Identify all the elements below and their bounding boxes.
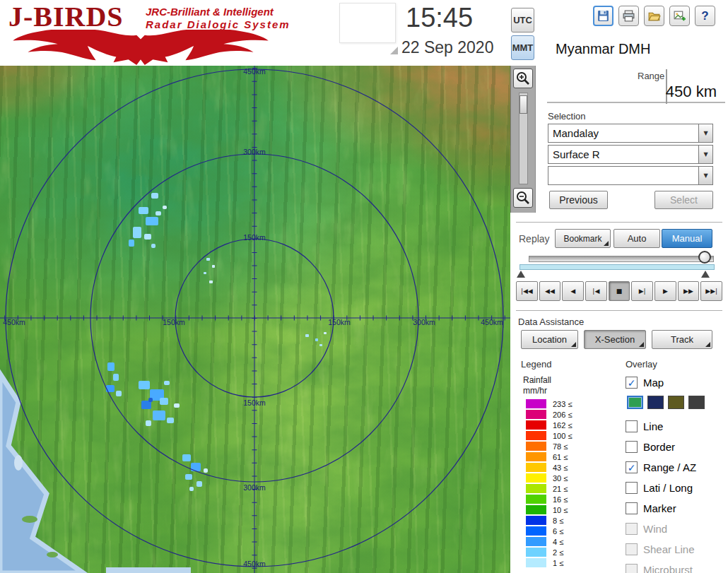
border-checkbox[interactable] <box>626 441 638 453</box>
legend-row: 162 ≤ <box>526 420 572 430</box>
zoom-out-button[interactable] <box>513 188 533 208</box>
map-color-swatch[interactable] <box>688 396 705 409</box>
print-icon <box>622 9 635 23</box>
legend-color-swatch <box>526 399 546 408</box>
help-icon: ? <box>701 9 708 23</box>
map-color-swatch[interactable] <box>668 396 684 409</box>
overlay-item-range-az[interactable]: Range / AZ <box>626 461 696 473</box>
range-label: 300km <box>413 318 435 326</box>
timeline-progress-bar[interactable] <box>519 264 715 270</box>
legend-color-swatch <box>526 410 546 419</box>
chevron-down-icon[interactable]: ▼ <box>698 124 712 142</box>
timeline-start-marker[interactable] <box>517 271 525 278</box>
open-folder-icon <box>647 9 661 23</box>
replay-label: Replay <box>519 233 550 244</box>
overlay-item-marker[interactable]: Marker <box>626 502 676 514</box>
playback-step-forward-button[interactable]: ▶| <box>631 281 653 301</box>
playback-stop-button[interactable]: ■ <box>609 281 630 301</box>
zoom-slider-handle[interactable] <box>519 95 527 114</box>
legend-color-swatch <box>526 431 546 440</box>
overlay-item-line[interactable]: Line <box>626 420 663 432</box>
save-button[interactable] <box>593 6 613 26</box>
logo-title: J-BIRDS <box>8 0 124 33</box>
map-checkbox[interactable] <box>626 377 638 389</box>
logo-tagline-1: JRC-Brilliant & Intelligent <box>146 6 274 18</box>
precipitation-echoes <box>106 193 327 491</box>
overlay-item-map[interactable]: Map <box>626 377 664 389</box>
microburst-checkbox <box>626 564 638 573</box>
help-button[interactable]: ? <box>695 6 715 26</box>
playback-skip-start-button[interactable]: |◀◀ <box>516 281 538 301</box>
select-button[interactable]: Select <box>654 191 713 209</box>
playback-rewind-button[interactable]: ◀◀ <box>539 281 561 301</box>
product-dropdown[interactable]: Surface R ▼ <box>548 145 713 164</box>
range-label: 150km <box>163 318 185 326</box>
extra-dropdown[interactable]: ▼ <box>548 166 713 185</box>
save-icon <box>597 9 610 23</box>
track-button[interactable]: Track <box>652 330 712 349</box>
playback-skip-end-button[interactable]: ▶▶| <box>700 281 722 301</box>
control-panel: Range 450 km Selection Mandalay ▼ Surfac… <box>510 66 728 573</box>
manual-button[interactable]: Manual <box>662 229 712 248</box>
legend-row: 61 ≤ <box>526 451 572 462</box>
playback-step-back-button[interactable]: |◀ <box>585 281 607 301</box>
zoom-slider-track[interactable] <box>519 93 528 184</box>
utc-button[interactable]: UTC <box>511 8 534 33</box>
radar-map[interactable]: 450km 300km 150km 150km 300km 450km 450k… <box>0 66 510 573</box>
range-label-text: Range <box>638 71 664 81</box>
chevron-down-icon[interactable]: ▼ <box>698 167 712 184</box>
timeline-handle[interactable] <box>698 251 711 264</box>
range-label: 150km <box>243 233 266 242</box>
legend-row: 1 ≤ <box>526 557 572 568</box>
bookmark-button[interactable]: Bookmark <box>555 229 611 248</box>
legend-color-swatch <box>526 484 546 493</box>
playback-controls: |◀◀ ◀◀ ◀ |◀ ■ ▶| ▶ ▶▶ ▶▶| <box>516 281 722 301</box>
wind-checkbox <box>626 523 638 535</box>
site-dropdown[interactable]: Mandalay ▼ <box>548 124 713 143</box>
marker-checkbox[interactable] <box>626 502 638 514</box>
open-folder-button[interactable] <box>644 6 664 26</box>
range-label: 450km <box>3 318 25 326</box>
location-button[interactable]: Location <box>521 330 578 349</box>
site-dropdown-value: Mandalay <box>548 124 698 142</box>
auto-button[interactable]: Auto <box>613 229 660 248</box>
legend-row: 2 ≤ <box>526 547 572 557</box>
legend-quantity: Rainfall <box>523 375 551 385</box>
add-image-icon <box>673 9 686 23</box>
range-label: 450km <box>481 318 503 326</box>
map-color-swatch[interactable] <box>647 396 664 409</box>
legend-color-swatch <box>526 473 546 483</box>
timeline-end-marker[interactable] <box>701 271 710 278</box>
overlay-item-shear-line: Shear Line <box>626 543 695 555</box>
shear-line-checkbox <box>626 543 638 555</box>
range-az-checkbox[interactable] <box>626 461 638 473</box>
zoom-out-icon <box>515 190 531 206</box>
legend-color-swatch <box>526 420 546 430</box>
timeline-track[interactable] <box>529 256 714 262</box>
playback-play-button[interactable]: ▶ <box>654 281 676 301</box>
legend-color-swatch <box>526 526 546 536</box>
xsection-button[interactable]: X-Section <box>584 330 646 349</box>
zoom-strip <box>510 66 536 213</box>
previous-button[interactable]: Previous <box>549 191 608 209</box>
overlay-item-wind: Wind <box>626 523 667 535</box>
chevron-down-icon[interactable]: ▼ <box>698 146 712 163</box>
playback-play-reverse-button[interactable]: ◀ <box>562 281 584 301</box>
legend-row: 21 ≤ <box>526 483 572 494</box>
playback-fast-forward-button[interactable]: ▶▶ <box>678 281 700 301</box>
overlay-item-lati-long[interactable]: Lati / Long <box>626 482 693 494</box>
overlay-item-microburst: Microburst <box>626 564 693 573</box>
separator <box>516 310 722 312</box>
zoom-in-button[interactable] <box>513 69 533 88</box>
eagle-logo-icon <box>6 30 276 65</box>
line-checkbox[interactable] <box>626 420 638 432</box>
print-button[interactable] <box>618 6 639 26</box>
range-label: 450km <box>243 560 266 568</box>
map-color-swatch[interactable] <box>627 396 643 409</box>
add-image-button[interactable] <box>669 6 690 26</box>
mmt-button[interactable]: MMT <box>511 35 534 60</box>
lati-long-checkbox[interactable] <box>626 482 638 494</box>
legend-color-swatch <box>526 452 546 461</box>
overlay-item-border[interactable]: Border <box>626 441 675 453</box>
legend-unit: mm/hr <box>523 386 547 396</box>
